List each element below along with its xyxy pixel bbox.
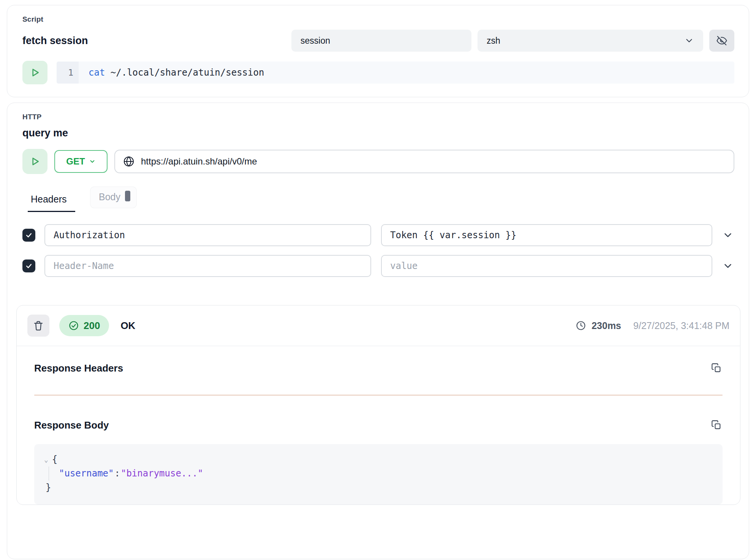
json-key: "username" <box>59 468 114 479</box>
response-status-bar: 200 OK 230ms 9/27/2025, 3:41:48 PM <box>17 305 740 346</box>
play-icon <box>29 155 41 168</box>
eye-off-icon <box>716 35 728 46</box>
script-kind-label: Script <box>22 15 734 24</box>
json-entry: "username":"binarymuse..." <box>49 467 711 481</box>
delete-response-button[interactable] <box>27 315 49 337</box>
globe-icon <box>123 155 135 168</box>
copy-body-button[interactable] <box>710 419 723 431</box>
check-icon <box>25 262 33 270</box>
tab-body-label: Body <box>99 191 120 202</box>
header-value-input[interactable] <box>381 224 712 246</box>
script-name-input[interactable] <box>291 30 471 52</box>
line-number: 1 <box>57 62 79 84</box>
script-title: fetch session <box>22 35 88 47</box>
method-select[interactable]: GET <box>54 150 108 173</box>
header-row <box>22 224 734 246</box>
json-string-value: "binarymuse..." <box>121 468 203 479</box>
header-enabled-checkbox[interactable] <box>22 229 35 242</box>
copy-headers-button[interactable] <box>710 362 723 374</box>
status-badge: 200 <box>59 315 109 336</box>
shell-select-value: zsh <box>487 36 684 46</box>
response-body-title: Response Body <box>34 419 109 431</box>
method-label: GET <box>66 156 85 167</box>
response-headers-collapsed-line <box>34 395 723 395</box>
trash-icon <box>33 320 44 331</box>
header-name-input[interactable] <box>44 224 371 246</box>
json-open-brace: { <box>52 452 57 467</box>
run-request-button[interactable] <box>22 149 47 174</box>
chevron-down-icon <box>684 36 694 46</box>
http-block: HTTP query me GET Headers <box>7 103 749 559</box>
response-headers-title: Response Headers <box>34 362 123 374</box>
response-timestamp: 9/27/2025, 3:41:48 PM <box>633 320 729 331</box>
header-expand-chevron[interactable] <box>721 229 734 241</box>
status-code: 200 <box>84 320 100 332</box>
json-collapse-caret[interactable]: ⌄ <box>44 452 48 467</box>
tab-headers[interactable]: Headers <box>28 188 75 212</box>
url-field[interactable] <box>114 150 734 173</box>
json-colon: : <box>114 468 121 479</box>
script-block: Script fetch session zsh <box>7 5 749 97</box>
run-script-button[interactable] <box>22 61 47 84</box>
header-value-input[interactable] <box>381 255 712 277</box>
tab-body[interactable]: Body <box>90 187 136 208</box>
code-keyword: cat <box>89 67 105 78</box>
response-json-viewer: ⌄ { "username":"binarymuse..." } <box>34 444 723 505</box>
shell-select[interactable]: zsh <box>478 30 703 52</box>
check-circle-icon <box>68 320 79 331</box>
header-rows <box>22 224 734 277</box>
status-text: OK <box>120 320 135 332</box>
code-editor[interactable]: 1 cat ~/.local/share/atuin/session <box>57 62 734 84</box>
header-expand-chevron[interactable] <box>721 260 734 272</box>
http-kind-label: HTTP <box>22 113 734 121</box>
http-title: query me <box>22 127 734 139</box>
hide-output-button[interactable] <box>709 30 734 52</box>
chevron-down-icon <box>89 158 96 165</box>
response-panel: 200 OK 230ms 9/27/2025, 3:41:48 PM Respo… <box>16 305 740 505</box>
play-icon <box>29 66 41 79</box>
json-close-brace: } <box>46 481 711 495</box>
copy-icon <box>711 363 722 373</box>
response-duration: 230ms <box>592 320 621 331</box>
header-name-input[interactable] <box>44 255 371 277</box>
request-tabs: Headers Body <box>22 188 734 212</box>
header-row <box>22 255 734 277</box>
copy-icon <box>711 420 722 430</box>
clock-icon <box>576 320 586 331</box>
check-icon <box>25 231 33 239</box>
header-enabled-checkbox[interactable] <box>22 259 35 272</box>
body-tab-indicator <box>125 191 130 201</box>
code-rest: ~/.local/share/atuin/session <box>105 67 264 78</box>
url-input[interactable] <box>141 156 726 167</box>
code-line: cat ~/.local/share/atuin/session <box>79 67 264 78</box>
